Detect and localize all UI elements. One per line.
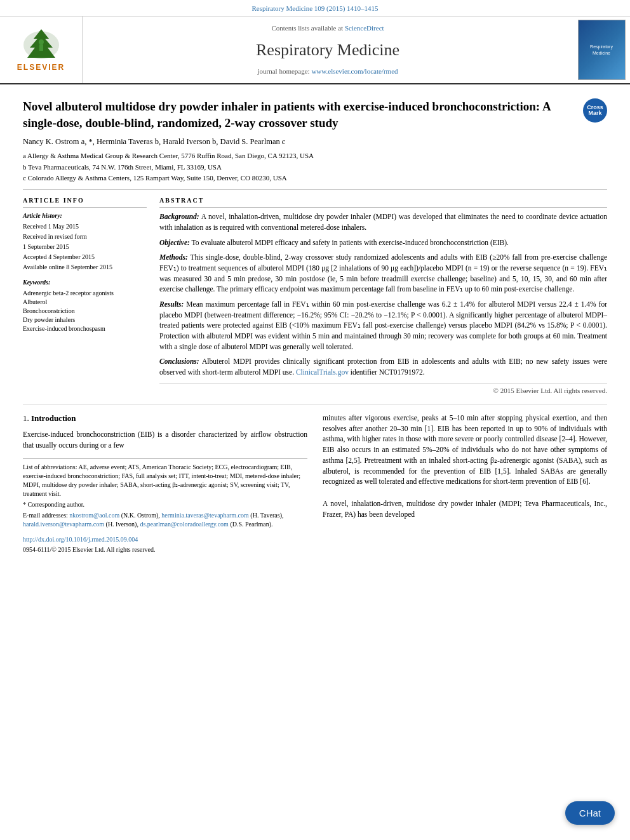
doi-url[interactable]: http://dx.doi.org/10.1016/j.rmed.2015.09… bbox=[23, 536, 138, 543]
two-column-layout: ARTICLE INFO Article history: Received 1… bbox=[23, 196, 607, 396]
email-note: E-mail addresses: nkostrom@aol.com (N.K.… bbox=[23, 511, 307, 529]
abstract-conclusions: Conclusions: Albuterol MDPI provides cli… bbox=[159, 356, 607, 377]
conclusions-label: Conclusions: bbox=[159, 357, 199, 365]
footer-bar: http://dx.doi.org/10.1016/j.rmed.2015.09… bbox=[23, 535, 307, 554]
journal-title: Respiratory Medicine bbox=[256, 39, 399, 62]
intro-right-col: minutes after vigorous exercise, peaks a… bbox=[323, 413, 607, 554]
journal-homepage-line: journal homepage: www.elsevier.com/locat… bbox=[257, 67, 398, 76]
methods-label: Methods: bbox=[159, 253, 188, 261]
intro-right-text2: A novel, inhalation-driven, multidose dr… bbox=[323, 498, 607, 519]
authors-text: Nancy K. Ostrom a, *, Herminia Taveras b… bbox=[23, 137, 285, 146]
abstract-results: Results: Mean maximum percentage fall in… bbox=[159, 299, 607, 352]
article-info-section: ARTICLE INFO Article history: Received 1… bbox=[23, 196, 147, 272]
authors-line: Nancy K. Ostrom a, *, Herminia Taveras b… bbox=[23, 137, 607, 148]
history-label: Article history: bbox=[23, 211, 147, 220]
section-divider bbox=[23, 189, 607, 190]
intro-right-text: minutes after vigorous exercise, peaks a… bbox=[323, 413, 607, 487]
keywords-section: Keywords: Adrenergic beta-2 receptor ago… bbox=[23, 278, 147, 333]
crossmark-icon: CrossMark bbox=[583, 98, 607, 123]
abstract-background: Background: A novel, inhalation-driven, … bbox=[159, 211, 607, 232]
article-title: Novel albuterol multidose dry powder inh… bbox=[23, 98, 575, 131]
conclusions-suffix: identifier NCT01791972. bbox=[351, 368, 425, 376]
citation-text: Respiratory Medicine 109 (2015) 1410–141… bbox=[251, 4, 378, 12]
copyright-line: © 2015 Elsevier Ltd. All rights reserved… bbox=[159, 383, 607, 396]
corresponding-note: * Corresponding author. bbox=[23, 500, 307, 509]
doi-link: http://dx.doi.org/10.1016/j.rmed.2015.09… bbox=[23, 535, 307, 544]
methods-text: This single-dose, double-blind, 2-way cr… bbox=[159, 253, 607, 293]
background-label: Background: bbox=[159, 213, 199, 220]
abstract-column: ABSTRACT Background: A novel, inhalation… bbox=[159, 196, 607, 396]
intro-heading: Introduction bbox=[31, 413, 76, 423]
clinicaltrials-link[interactable]: ClinicalTrials.gov bbox=[296, 368, 349, 376]
available-online: Available online 8 September 2015 bbox=[23, 263, 147, 272]
intro-heading-line: 1. Introduction bbox=[23, 413, 307, 424]
intro-left-text: Exercise-induced bronchoconstriction (EI… bbox=[23, 429, 307, 450]
email-label: E-mail addresses: bbox=[23, 512, 68, 519]
intro-left-col: 1. Introduction Exercise-induced broncho… bbox=[23, 413, 307, 554]
email-link-3[interactable]: harald.iverson@tevapharm.com bbox=[23, 521, 104, 528]
citation-bar: Respiratory Medicine 109 (2015) 1410–141… bbox=[0, 0, 630, 17]
svg-point-2 bbox=[39, 39, 44, 44]
elsevier-logo: ELSEVIER bbox=[16, 27, 67, 73]
science-direct-link[interactable]: ScienceDirect bbox=[345, 24, 384, 32]
email-link-2[interactable]: herminia.taveras@tevapharm.com bbox=[161, 512, 249, 519]
received-revised-label: Received in revised form bbox=[23, 232, 147, 241]
crossmark-badge: CrossMark bbox=[583, 98, 607, 123]
received-revised-date: 1 September 2015 bbox=[23, 243, 147, 251]
journal-cover-image: RespiratoryMedicine bbox=[578, 20, 626, 80]
introduction-section: 1. Introduction Exercise-induced broncho… bbox=[23, 404, 607, 554]
accepted-date: Accepted 4 September 2015 bbox=[23, 253, 147, 262]
chat-button[interactable]: CHat bbox=[565, 801, 615, 825]
received-date: Received 1 May 2015 bbox=[23, 222, 147, 231]
results-text: Mean maximum percentage fall in FEV₁ wit… bbox=[159, 300, 607, 350]
intro-number: 1. bbox=[23, 413, 29, 423]
elsevier-tree-icon bbox=[16, 27, 67, 62]
affiliation-b: b Teva Pharmaceuticals, 74 N.W. 176th St… bbox=[23, 163, 607, 172]
svg-rect-3 bbox=[39, 44, 43, 51]
publisher-logo-area: ELSEVIER bbox=[0, 17, 83, 83]
abstract-methods: Methods: This single-dose, double-blind,… bbox=[159, 252, 607, 295]
article-info-header: ARTICLE INFO bbox=[23, 196, 147, 208]
abstract-header: ABSTRACT bbox=[159, 196, 607, 208]
email-link-4[interactable]: ds.pearlman@coloradoallergy.com bbox=[140, 521, 228, 528]
keyword-1: Adrenergic beta-2 receptor agonists Albu… bbox=[23, 289, 147, 333]
footnotes: List of abbreviations: AE, adverse event… bbox=[23, 458, 307, 529]
science-direct-line: Contents lists available at ScienceDirec… bbox=[271, 23, 384, 33]
objective-label: Objective: bbox=[159, 239, 190, 246]
article-info-column: ARTICLE INFO Article history: Received 1… bbox=[23, 196, 147, 396]
journal-header: ELSEVIER Contents lists available at Sci… bbox=[0, 17, 630, 84]
article-title-section: Novel albuterol multidose dry powder inh… bbox=[23, 95, 607, 131]
keywords-label: Keywords: bbox=[23, 278, 147, 287]
affiliation-a: a Allergy & Asthma Medical Group & Resea… bbox=[23, 151, 607, 161]
main-content: Novel albuterol multidose dry powder inh… bbox=[0, 84, 630, 564]
issn-line: 0954-6111/© 2015 Elsevier Ltd. All right… bbox=[23, 545, 307, 554]
journal-homepage-link[interactable]: www.elsevier.com/locate/rmed bbox=[311, 67, 398, 75]
objective-text: To evaluate albuterol MDPI efficacy and … bbox=[192, 239, 509, 246]
abbreviations-note: List of abbreviations: AE, adverse event… bbox=[23, 463, 307, 498]
elsevier-label: ELSEVIER bbox=[17, 62, 65, 73]
journal-title-area: Contents lists available at ScienceDirec… bbox=[83, 17, 573, 83]
background-text: A novel, inhalation-driven, multidose dr… bbox=[159, 213, 607, 231]
email-link[interactable]: nkostrom@aol.com bbox=[69, 512, 119, 519]
results-label: Results: bbox=[159, 300, 184, 308]
abstract-objective: Objective: To evaluate albuterol MDPI ef… bbox=[159, 237, 607, 248]
affiliation-c: c Colorado Allergy & Asthma Centers, 125… bbox=[23, 173, 607, 183]
journal-cover-area: RespiratoryMedicine bbox=[573, 17, 630, 83]
